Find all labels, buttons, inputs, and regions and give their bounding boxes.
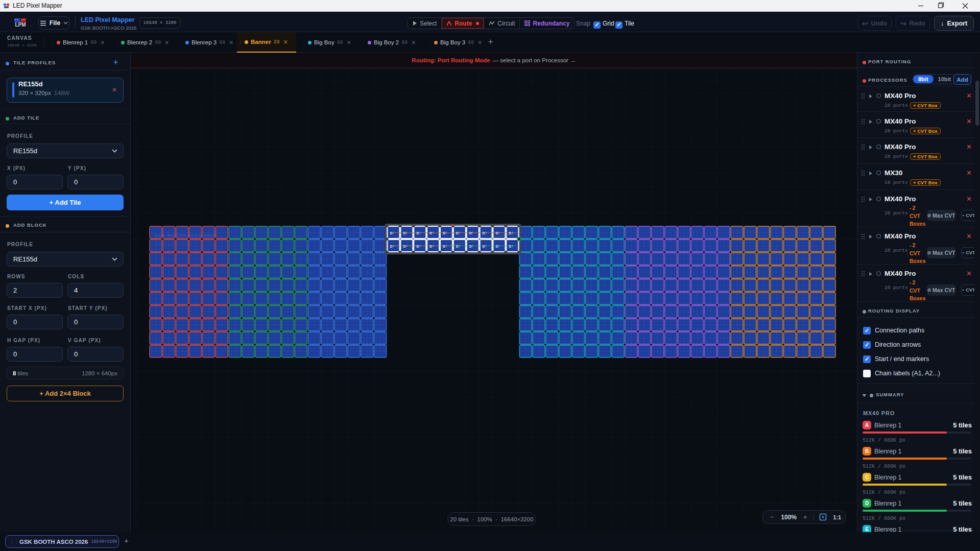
svg-text:D: D (483, 231, 485, 235)
svg-text:D: D (443, 245, 445, 248)
svg-text:D: D (509, 245, 512, 248)
svg-text:D: D (496, 245, 498, 248)
svg-text:D: D (469, 245, 472, 248)
svg-text:D: D (509, 231, 512, 235)
svg-text:D: D (443, 231, 445, 235)
svg-text:GSK BOOTH ASCO 2026: GSK BOOTH ASCO 2026 (154, 232, 216, 238)
svg-text:D: D (429, 245, 432, 248)
svg-text:D: D (483, 245, 485, 248)
svg-text:D: D (469, 231, 472, 235)
svg-text:D: D (403, 231, 406, 235)
svg-text:D: D (417, 231, 419, 235)
svg-text:D: D (456, 231, 459, 235)
svg-text:LPM: LPM (15, 22, 26, 28)
svg-text:16640 \u00d7 3200: 16640 \u00d7 3200 (154, 241, 192, 246)
svg-text:D: D (496, 231, 498, 235)
svg-text:D: D (417, 245, 419, 248)
svg-text:D: D (390, 245, 393, 248)
svg-text:D: D (456, 245, 459, 248)
svg-text:D: D (390, 231, 393, 235)
svg-text:D: D (429, 231, 432, 235)
svg-text:D: D (403, 245, 406, 248)
